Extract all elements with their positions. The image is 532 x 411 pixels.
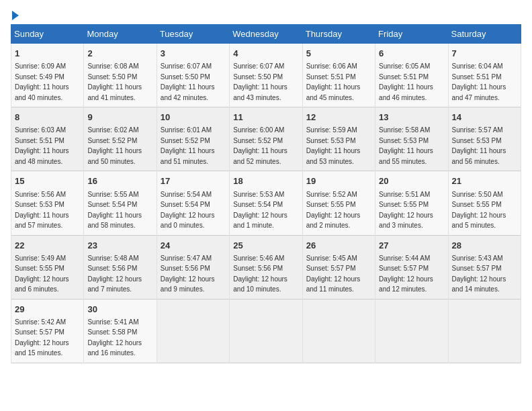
day-number: 11 <box>233 111 298 124</box>
day-number: 28 <box>452 240 517 252</box>
day-info: Sunrise: 6:04 AM Sunset: 5:51 PM Dayligh… <box>452 62 506 101</box>
calendar-day-cell: 8Sunrise: 6:03 AM Sunset: 5:51 PM Daylig… <box>11 107 84 171</box>
day-info: Sunrise: 5:41 AM Sunset: 5:58 PM Dayligh… <box>87 318 142 357</box>
day-number: 19 <box>306 175 371 187</box>
calendar-day-cell: 12Sunrise: 5:59 AM Sunset: 5:53 PM Dayli… <box>302 107 375 171</box>
day-number: 5 <box>306 48 371 60</box>
day-info: Sunrise: 5:54 AM Sunset: 5:54 PM Dayligh… <box>161 191 215 230</box>
calendar-day-cell: 19Sunrise: 5:52 AM Sunset: 5:55 PM Dayli… <box>302 171 375 235</box>
logo <box>11 11 19 20</box>
day-number: 14 <box>452 111 517 124</box>
calendar-day-cell: 15Sunrise: 5:56 AM Sunset: 5:53 PM Dayli… <box>11 171 84 235</box>
day-info: Sunrise: 5:44 AM Sunset: 5:57 PM Dayligh… <box>379 255 433 293</box>
day-number: 8 <box>15 111 80 124</box>
calendar-day-cell: 16Sunrise: 5:55 AM Sunset: 5:54 PM Dayli… <box>84 171 157 235</box>
calendar-week-row: 8Sunrise: 6:03 AM Sunset: 5:51 PM Daylig… <box>11 107 521 171</box>
day-info: Sunrise: 5:45 AM Sunset: 5:57 PM Dayligh… <box>306 255 361 293</box>
calendar-week-row: 22Sunrise: 5:49 AM Sunset: 5:55 PM Dayli… <box>11 235 521 299</box>
day-info: Sunrise: 6:03 AM Sunset: 5:51 PM Dayligh… <box>15 126 69 165</box>
day-number: 21 <box>452 175 517 187</box>
day-info: Sunrise: 6:07 AM Sunset: 5:50 PM Dayligh… <box>161 62 215 101</box>
calendar-table: SundayMondayTuesdayWednesdayThursdayFrid… <box>11 24 521 363</box>
day-info: Sunrise: 6:07 AM Sunset: 5:50 PM Dayligh… <box>233 62 287 101</box>
calendar-day-cell: 29Sunrise: 5:42 AM Sunset: 5:57 PM Dayli… <box>11 299 84 363</box>
calendar-day-cell: 6Sunrise: 6:05 AM Sunset: 5:51 PM Daylig… <box>375 44 448 107</box>
calendar-week-row: 29Sunrise: 5:42 AM Sunset: 5:57 PM Dayli… <box>11 299 521 363</box>
calendar-day-cell: 24Sunrise: 5:47 AM Sunset: 5:56 PM Dayli… <box>157 235 229 299</box>
day-number: 4 <box>233 48 298 60</box>
day-number: 26 <box>306 240 371 252</box>
day-number: 9 <box>87 111 152 124</box>
day-info: Sunrise: 5:52 AM Sunset: 5:55 PM Dayligh… <box>306 191 361 230</box>
calendar-day-cell: 9Sunrise: 6:02 AM Sunset: 5:52 PM Daylig… <box>84 107 157 171</box>
calendar-day-cell: 1Sunrise: 6:09 AM Sunset: 5:49 PM Daylig… <box>11 44 84 107</box>
day-number: 20 <box>379 175 444 187</box>
day-number: 12 <box>306 111 371 124</box>
calendar-day-cell: 3Sunrise: 6:07 AM Sunset: 5:50 PM Daylig… <box>157 44 229 107</box>
calendar-day-cell: 26Sunrise: 5:45 AM Sunset: 5:57 PM Dayli… <box>302 235 375 299</box>
empty-cell <box>375 299 448 363</box>
calendar-day-cell: 21Sunrise: 5:50 AM Sunset: 5:55 PM Dayli… <box>448 171 521 235</box>
day-info: Sunrise: 5:43 AM Sunset: 5:57 PM Dayligh… <box>452 255 506 293</box>
calendar-day-cell: 25Sunrise: 5:46 AM Sunset: 5:56 PM Dayli… <box>230 235 302 299</box>
calendar-day-cell: 11Sunrise: 6:00 AM Sunset: 5:52 PM Dayli… <box>230 107 302 171</box>
day-info: Sunrise: 6:05 AM Sunset: 5:51 PM Dayligh… <box>379 62 433 101</box>
calendar-week-row: 15Sunrise: 5:56 AM Sunset: 5:53 PM Dayli… <box>11 171 521 235</box>
day-number: 25 <box>233 240 298 252</box>
day-number: 29 <box>15 304 80 316</box>
empty-cell <box>230 299 302 363</box>
calendar-day-cell: 27Sunrise: 5:44 AM Sunset: 5:57 PM Dayli… <box>375 235 448 299</box>
calendar-day-cell: 4Sunrise: 6:07 AM Sunset: 5:50 PM Daylig… <box>230 44 302 107</box>
calendar-day-cell: 28Sunrise: 5:43 AM Sunset: 5:57 PM Dayli… <box>448 235 521 299</box>
weekday-header-saturday: Saturday <box>448 25 521 44</box>
day-number: 3 <box>161 48 226 60</box>
day-number: 24 <box>161 240 226 252</box>
day-number: 22 <box>15 240 80 252</box>
calendar-day-cell: 18Sunrise: 5:53 AM Sunset: 5:54 PM Dayli… <box>230 171 302 235</box>
calendar-week-row: 1Sunrise: 6:09 AM Sunset: 5:49 PM Daylig… <box>11 44 521 107</box>
empty-cell <box>302 299 375 363</box>
calendar-day-cell: 13Sunrise: 5:58 AM Sunset: 5:53 PM Dayli… <box>375 107 448 171</box>
day-number: 17 <box>161 175 226 187</box>
calendar-day-cell: 7Sunrise: 6:04 AM Sunset: 5:51 PM Daylig… <box>448 44 521 107</box>
empty-cell <box>448 299 521 363</box>
day-number: 23 <box>87 240 152 252</box>
day-info: Sunrise: 5:42 AM Sunset: 5:57 PM Dayligh… <box>15 318 69 357</box>
calendar-day-cell: 30Sunrise: 5:41 AM Sunset: 5:58 PM Dayli… <box>84 299 157 363</box>
calendar-day-cell: 23Sunrise: 5:48 AM Sunset: 5:56 PM Dayli… <box>84 235 157 299</box>
day-number: 18 <box>233 175 298 187</box>
day-info: Sunrise: 5:58 AM Sunset: 5:53 PM Dayligh… <box>379 126 433 165</box>
weekday-header-wednesday: Wednesday <box>230 25 302 44</box>
day-info: Sunrise: 6:09 AM Sunset: 5:49 PM Dayligh… <box>15 62 69 101</box>
day-info: Sunrise: 5:57 AM Sunset: 5:53 PM Dayligh… <box>452 126 506 165</box>
day-info: Sunrise: 5:46 AM Sunset: 5:56 PM Dayligh… <box>233 255 287 293</box>
weekday-header-row: SundayMondayTuesdayWednesdayThursdayFrid… <box>11 25 521 44</box>
day-info: Sunrise: 5:51 AM Sunset: 5:55 PM Dayligh… <box>379 191 433 230</box>
day-info: Sunrise: 5:56 AM Sunset: 5:53 PM Dayligh… <box>15 191 69 230</box>
page-header <box>11 11 521 20</box>
empty-cell <box>157 299 229 363</box>
calendar-day-cell: 22Sunrise: 5:49 AM Sunset: 5:55 PM Dayli… <box>11 235 84 299</box>
day-info: Sunrise: 5:55 AM Sunset: 5:54 PM Dayligh… <box>87 191 142 230</box>
day-number: 1 <box>15 48 80 60</box>
day-info: Sunrise: 6:01 AM Sunset: 5:52 PM Dayligh… <box>161 126 215 165</box>
day-info: Sunrise: 6:06 AM Sunset: 5:51 PM Dayligh… <box>306 62 361 101</box>
weekday-header-sunday: Sunday <box>11 25 84 44</box>
day-number: 13 <box>379 111 444 124</box>
day-number: 16 <box>87 175 152 187</box>
calendar-day-cell: 2Sunrise: 6:08 AM Sunset: 5:50 PM Daylig… <box>84 44 157 107</box>
day-number: 6 <box>379 48 444 60</box>
day-info: Sunrise: 5:59 AM Sunset: 5:53 PM Dayligh… <box>306 126 361 165</box>
day-number: 15 <box>15 175 80 187</box>
logo-blue <box>11 11 19 20</box>
day-number: 2 <box>87 48 152 60</box>
day-number: 7 <box>452 48 517 60</box>
calendar-day-cell: 5Sunrise: 6:06 AM Sunset: 5:51 PM Daylig… <box>302 44 375 107</box>
weekday-header-tuesday: Tuesday <box>157 25 229 44</box>
day-info: Sunrise: 5:47 AM Sunset: 5:56 PM Dayligh… <box>161 255 215 293</box>
day-info: Sunrise: 6:00 AM Sunset: 5:52 PM Dayligh… <box>233 126 287 165</box>
day-number: 10 <box>161 111 226 124</box>
weekday-header-monday: Monday <box>84 25 157 44</box>
calendar-day-cell: 14Sunrise: 5:57 AM Sunset: 5:53 PM Dayli… <box>448 107 521 171</box>
day-number: 27 <box>379 240 444 252</box>
